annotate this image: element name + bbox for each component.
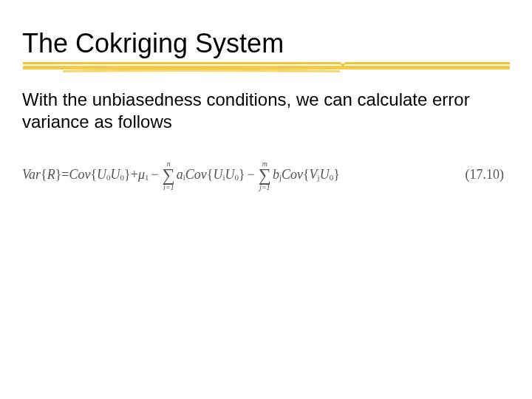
u0-d-sub: 0 — [330, 173, 334, 182]
brace-open-4: { — [303, 167, 310, 183]
mu: μ — [138, 167, 145, 183]
underline-svg — [22, 59, 510, 74]
brace-close-1: } — [55, 167, 62, 183]
u0-a-sub: 0 — [106, 173, 111, 182]
brace-close-3: } — [239, 167, 245, 183]
coef-a: a — [177, 167, 183, 183]
vj-sub: j — [318, 173, 320, 182]
u0-b-sub: 0 — [120, 173, 125, 182]
ui: U — [213, 167, 222, 183]
brace-close-4: } — [333, 167, 340, 183]
sum-2-bot: j=1 — [259, 184, 270, 191]
slide-title: The Cokriging System — [22, 28, 510, 59]
coef-b: b — [273, 167, 279, 183]
title-underline — [22, 59, 510, 72]
sum-1-bot: i=1 — [163, 184, 174, 191]
equation-row: Var { R } = Cov { U 0 U 0 } + μ 1 − n ∑ … — [22, 160, 510, 191]
slide: The Cokriging System With the unbiasedne… — [0, 0, 532, 399]
u0-d: U — [320, 167, 330, 183]
brace-open-3: { — [207, 167, 214, 183]
var-label: Var — [22, 167, 41, 183]
u0-c: U — [225, 167, 234, 183]
cov-2: Cov — [185, 167, 207, 183]
u0-c-sub: 0 — [234, 173, 239, 182]
coef-a-sub: i — [183, 173, 185, 182]
cov-3: Cov — [282, 167, 303, 183]
brace-open-2: { — [90, 167, 97, 183]
sum-2: m ∑ j=1 — [259, 160, 271, 191]
mu-sub: 1 — [145, 173, 149, 182]
brace-open-1: { — [41, 167, 47, 183]
minus-2: − — [248, 167, 255, 183]
coef-b-sub: j — [279, 173, 282, 182]
cov-1: Cov — [69, 167, 90, 183]
u0-b: U — [111, 167, 120, 183]
u0-a: U — [97, 167, 106, 183]
equation: Var { R } = Cov { U 0 U 0 } + μ 1 − n ∑ … — [22, 160, 340, 191]
equals-sign: = — [61, 167, 69, 183]
minus-1: − — [151, 167, 158, 183]
plus-sign: + — [131, 167, 138, 183]
vj: V — [310, 167, 318, 183]
ui-sub: i — [222, 173, 225, 182]
body-text: With the unbiasedness conditions, we can… — [22, 89, 495, 133]
brace-close-2: } — [124, 167, 131, 183]
sigma-2-icon: ∑ — [259, 168, 271, 184]
sum-1: n ∑ i=1 — [163, 160, 175, 191]
equation-number: (17.10) — [466, 167, 505, 183]
sigma-1-icon: ∑ — [163, 168, 175, 184]
lhs-arg: R — [47, 167, 55, 183]
